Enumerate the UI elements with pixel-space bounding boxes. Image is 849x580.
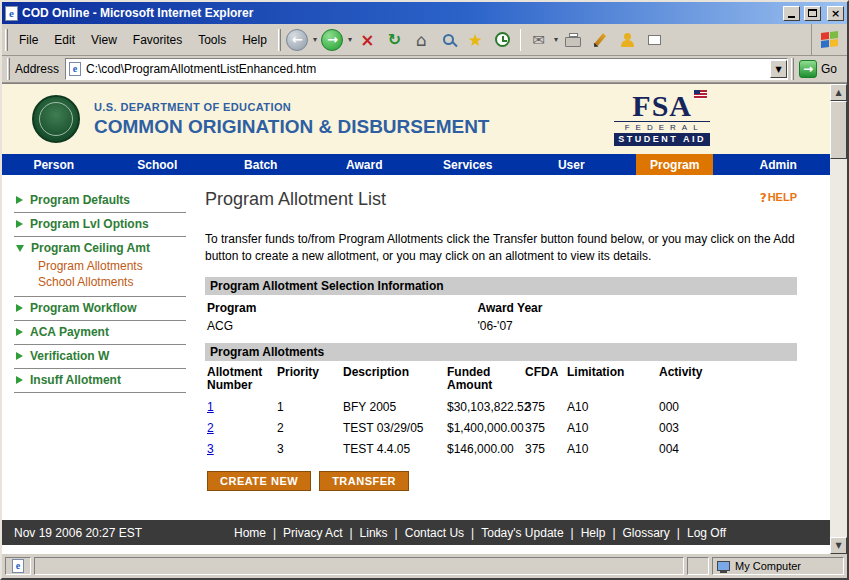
table-row-cell: TEST 03/29/05: [343, 418, 447, 439]
status-panel-small: [687, 557, 709, 575]
nav-user[interactable]: User: [520, 154, 624, 175]
back-icon: ←: [286, 29, 308, 51]
nav-batch[interactable]: Batch: [209, 154, 313, 175]
back-dropdown[interactable]: ▾: [313, 35, 317, 44]
allotment-number-link[interactable]: 1: [207, 400, 214, 414]
menubar-grip[interactable]: [5, 29, 8, 51]
refresh-button[interactable]: ↻: [381, 26, 408, 54]
col-funded-amount: Funded Amount: [447, 361, 525, 398]
action-buttons: CREATE NEW TRANSFER: [205, 471, 797, 491]
print-button[interactable]: [560, 26, 587, 54]
transfer-button[interactable]: TRANSFER: [319, 471, 409, 491]
page-body: Program Defaults Program Lvl Options Pro…: [2, 175, 830, 506]
scrollbar-track[interactable]: [830, 101, 847, 537]
footer-separator: |: [571, 526, 574, 540]
table-row-cell: $146,000.00: [447, 439, 525, 460]
footer-separator: |: [471, 526, 474, 540]
col-priority: Priority: [277, 361, 343, 398]
home-button[interactable]: ⌂: [408, 26, 435, 54]
col-activity: Activity: [659, 361, 795, 398]
nav-award[interactable]: Award: [313, 154, 417, 175]
history-button[interactable]: [489, 26, 516, 54]
create-new-button[interactable]: CREATE NEW: [207, 471, 311, 491]
menu-help[interactable]: Help: [234, 30, 275, 50]
sidebar-link-school-allotments[interactable]: School Allotments: [38, 274, 186, 290]
table-row-cell: 1: [207, 397, 277, 418]
scroll-up-button[interactable]: ▲: [830, 84, 847, 101]
mail-button[interactable]: ✉: [525, 26, 552, 54]
back-button[interactable]: ←: [284, 26, 311, 54]
nav-program[interactable]: Program: [623, 154, 727, 175]
sidebar-link-program-allotments[interactable]: Program Allotments: [38, 258, 186, 274]
search-button[interactable]: [435, 26, 462, 54]
menu-file[interactable]: File: [11, 30, 46, 50]
menu-favorites[interactable]: Favorites: [125, 30, 190, 50]
allotment-number-link[interactable]: 3: [207, 442, 214, 456]
help-link[interactable]: ? HELP: [760, 191, 797, 205]
sidebar-item-program-ceiling-amt[interactable]: Program Ceiling Amt Program Allotments S…: [14, 237, 186, 297]
menu-tools[interactable]: Tools: [190, 30, 234, 50]
security-zone-panel: My Computer: [712, 557, 844, 575]
mail-dropdown[interactable]: ▾: [554, 35, 558, 44]
table-row-cell: 3: [277, 439, 343, 460]
allotment-number-link[interactable]: 2: [207, 421, 214, 435]
table-row-cell: 004: [659, 439, 795, 460]
vertical-scrollbar[interactable]: ▲ ▼: [830, 84, 847, 554]
nav-person[interactable]: Person: [2, 154, 106, 175]
messenger-button[interactable]: [614, 26, 641, 54]
allotments-table: Allotment Number Priority Description Fu…: [205, 361, 797, 461]
stop-button[interactable]: ×: [354, 26, 381, 54]
sidebar-item-program-lvl-options[interactable]: Program Lvl Options: [14, 213, 186, 237]
menu-edit[interactable]: Edit: [46, 30, 83, 50]
close-button[interactable]: ×: [827, 6, 844, 21]
fsa-flag-icon: [694, 90, 707, 99]
forward-dropdown[interactable]: ▾: [348, 35, 352, 44]
scrollbar-thumb[interactable]: [830, 101, 847, 159]
minimize-button[interactable]: [783, 6, 800, 21]
footer-link-contact-us[interactable]: Contact Us: [405, 526, 464, 540]
discuss-button[interactable]: [641, 26, 668, 54]
sidebar-item-aca-payment[interactable]: ACA Payment: [14, 321, 186, 345]
allotments-header: Program Allotments: [205, 343, 797, 361]
chevron-right-icon: [16, 196, 23, 204]
table-row-cell: 2: [207, 418, 277, 439]
nav-services[interactable]: Services: [416, 154, 520, 175]
maximize-button[interactable]: [804, 6, 821, 21]
col-description: Description: [343, 361, 447, 398]
sidebar-item-insuff-allotment[interactable]: Insuff Allotment: [14, 369, 186, 393]
address-grip[interactable]: [7, 58, 10, 80]
nav-admin[interactable]: Admin: [727, 154, 831, 175]
nav-school[interactable]: School: [106, 154, 210, 175]
footer-link-help[interactable]: Help: [581, 526, 606, 540]
footer-separator: |: [395, 526, 398, 540]
menu-view[interactable]: View: [83, 30, 125, 50]
footer-link-links[interactable]: Links: [360, 526, 388, 540]
footer-timestamp: Nov 19 2006 20:27 EST: [14, 526, 142, 540]
sidebar-item-program-defaults[interactable]: Program Defaults: [14, 189, 186, 213]
go-button[interactable]: → Go: [797, 60, 845, 78]
col-limitation: Limitation: [567, 361, 659, 398]
footer-link-home[interactable]: Home: [234, 526, 266, 540]
program-value: ACG: [207, 318, 477, 343]
selection-info-header: Program Allotment Selection Information: [205, 277, 797, 295]
footer-link-privacy-act[interactable]: Privacy Act: [283, 526, 342, 540]
table-row-cell: 375: [525, 418, 567, 439]
sidebar-item-program-workflow[interactable]: Program Workflow: [14, 297, 186, 321]
window-title: COD Online - Microsoft Internet Explorer: [22, 6, 779, 20]
footer-link-glossary[interactable]: Glossary: [623, 526, 670, 540]
toolbar-grip[interactable]: [278, 29, 281, 51]
footer-link-todays-update[interactable]: Today's Update: [481, 526, 563, 540]
edit-button[interactable]: [587, 26, 614, 54]
fsa-logo: FSA FEDERAL STUDENT AID: [614, 93, 800, 146]
favorites-button[interactable]: ★: [462, 26, 489, 54]
award-year-value: '06-'07: [477, 318, 795, 343]
forward-button[interactable]: →: [319, 26, 346, 54]
sidebar-item-verification-w[interactable]: Verification W: [14, 345, 186, 369]
footer-link-log-off[interactable]: Log Off: [687, 526, 726, 540]
address-dropdown-button[interactable]: ▼: [770, 60, 787, 78]
scroll-down-button[interactable]: ▼: [830, 537, 847, 554]
help-question-icon: ?: [760, 191, 767, 205]
maximize-icon: [808, 9, 817, 17]
footer-separator: |: [677, 526, 680, 540]
address-input[interactable]: e C:\cod\ProgramAllotmentListEnhanced.ht…: [65, 58, 788, 80]
